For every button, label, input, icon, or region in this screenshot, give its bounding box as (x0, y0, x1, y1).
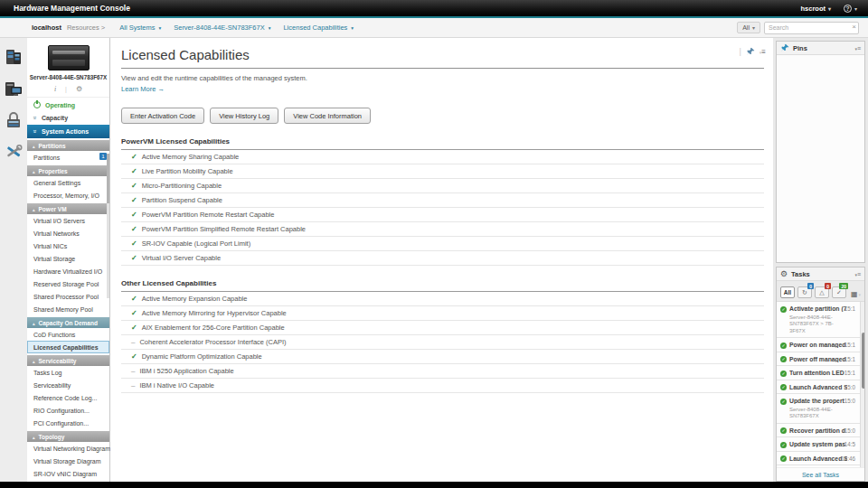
breadcrumb-resources[interactable]: Resources > (67, 23, 105, 32)
task-row[interactable]: Power off managed 15:1 (777, 352, 860, 367)
breadcrumb: localhost Resources > All SystemsServer-… (32, 23, 354, 32)
check-icon (131, 239, 137, 248)
capability-label: Coherent Accelerator Processor Interface… (139, 338, 286, 346)
panel-menu-icon[interactable]: ▾≡ (854, 271, 861, 277)
sidebar-item[interactable]: Reference Code Log... (27, 391, 109, 404)
capacity-label: Capacity (42, 115, 68, 121)
search-scope-dropdown[interactable]: All ▾ (737, 22, 760, 33)
sidebar-group-items: Tasks Log Serviceability Reference Code … (27, 366, 109, 429)
see-all-tasks-link[interactable]: See all Tasks (777, 467, 864, 481)
task-row[interactable]: Update system pas 14:5 (777, 437, 860, 452)
action-button[interactable]: View Code Information (284, 108, 371, 124)
task-success-icon (780, 384, 787, 390)
app-title: Hardware Management Console (14, 4, 130, 13)
tasks-scrollbar[interactable] (860, 302, 864, 467)
status-label: Operating (45, 102, 75, 108)
sidebar-item[interactable]: Licensed Capabilities (27, 341, 109, 353)
collapse-icon (33, 358, 35, 364)
check-icon (131, 182, 137, 190)
sidebar-item[interactable]: RIO Configuration... (27, 404, 109, 417)
capability-rows: Active Memory Expansion Capable Active M… (121, 292, 764, 393)
action-button[interactable]: Enter Activation Code (121, 108, 204, 124)
sidebar-item[interactable]: CoD Functions (27, 328, 109, 341)
pins-panel-title: Pins (793, 44, 851, 52)
sidebar-group-header[interactable]: Partitions (27, 140, 109, 151)
capability-label: Virtual I/O Server Capable (142, 254, 221, 262)
info-icon[interactable]: i (54, 85, 56, 93)
sidebar-item[interactable]: Shared Memory Pool (27, 303, 109, 315)
capacity-toggle[interactable]: » Capacity (27, 111, 109, 125)
sidebar-item-label: Reserved Storage Pool (33, 281, 99, 287)
sidebar-group-items: Virtual Networking Diagram Virtual Stora… (27, 442, 109, 480)
search-input[interactable] (764, 22, 859, 34)
help-menu[interactable]: ? ▾ (844, 5, 857, 13)
sidebar-group-title: Partitions (39, 143, 66, 149)
sidebar-scrollbar[interactable] (107, 154, 109, 298)
sidebar-group-header[interactable]: Properties (27, 165, 109, 176)
system-actions-toggle[interactable]: » System Actions (27, 125, 109, 138)
sidebar-item[interactable]: Reserved Storage Pool (27, 277, 109, 290)
task-row[interactable]: Power on managed 15:1 (777, 338, 860, 352)
breadcrumb-item[interactable]: All Systems (119, 23, 161, 32)
resources-icon[interactable] (4, 47, 24, 67)
task-row[interactable]: Update the propert 15:0 Server-8408-44E-… (777, 394, 860, 424)
pin-icon[interactable] (746, 47, 755, 56)
sidebar-item[interactable]: SR-IOV vNIC Diagram (27, 467, 109, 480)
user-menu[interactable]: hscroot ▾ (800, 5, 831, 13)
sidebar-item[interactable]: Hardware Virtualized I/O (27, 265, 109, 277)
task-target: Server-8408-44E-SN783F67X (789, 407, 847, 420)
panel-menu-icon[interactable]: ▾≡ (760, 48, 766, 56)
sidebar: Server-8408-44E-SN783F67X i | ⚙ Operatin… (27, 38, 110, 482)
capability-row: SR-IOV Capable (Logical Port Limit) (121, 237, 764, 251)
task-row[interactable]: Turn attention LED 15:1 (777, 366, 860, 380)
sidebar-group-header[interactable]: Serviceability (27, 355, 109, 366)
calendar-filter-icon[interactable]: ▦▾ (851, 290, 861, 298)
task-row[interactable]: Recover partition d 15:0 (777, 424, 860, 438)
task-row[interactable]: Launch Advanced S 14:46 (777, 452, 860, 466)
breadcrumb-item[interactable]: Server-8408-44E-SN783F67X (174, 23, 270, 32)
check-icon (131, 254, 137, 262)
sidebar-item[interactable]: Tasks Log (27, 366, 109, 379)
filter-warning-button[interactable]: △0 (815, 286, 829, 298)
clear-search-icon[interactable]: × (852, 23, 856, 31)
breadcrumb-item[interactable]: Licensed Capabilities (283, 23, 354, 32)
breadcrumb-host[interactable]: localhost (32, 23, 61, 32)
filter-running-button[interactable]: ↻0 (797, 286, 812, 298)
filter-success-button[interactable]: ✓20 (832, 286, 846, 298)
sidebar-item[interactable]: Virtual Storage (27, 252, 109, 265)
sidebar-item[interactable]: Serviceability (27, 379, 109, 391)
sidebar-group-header[interactable]: Power VM (27, 203, 109, 214)
sidebar-group-header[interactable]: Capacity On Demand (27, 317, 109, 328)
filter-all-button[interactable]: All (780, 286, 795, 298)
sidebar-group-header[interactable]: Topology (27, 431, 109, 442)
sidebar-item[interactable]: Partitions 1 (27, 151, 109, 164)
sidebar-item[interactable]: General Settings (27, 176, 109, 189)
sidebar-item[interactable]: Virtual Storage Diagram (27, 455, 109, 467)
lock-icon[interactable] (4, 110, 24, 130)
action-button[interactable]: View History Log (210, 108, 278, 124)
tasks-panel-header: ⚙ Tasks ▾≡ (777, 267, 864, 281)
task-title: Turn attention LED (789, 370, 847, 376)
sidebar-item[interactable]: Virtual I/O Servers (27, 214, 109, 227)
sidebar-item[interactable]: PCI Configuration... (27, 417, 109, 429)
task-title: Power off managed (789, 356, 847, 362)
task-row[interactable]: Activate partition (7 15:1 Server-8408-4… (777, 302, 860, 338)
page-description: View and edit the runtime capabilities o… (121, 74, 764, 83)
sidebar-item[interactable]: Shared Processor Pool (27, 290, 109, 303)
scrollbar-thumb[interactable] (862, 333, 865, 389)
sidebar-item[interactable]: Processor, Memory, I/O (27, 189, 109, 202)
action-buttons: Enter Activation CodeView History LogVie… (121, 108, 764, 124)
sidebar-item[interactable]: Virtual NICs (27, 239, 109, 252)
gear-icon[interactable]: ⚙ (76, 85, 82, 93)
breadcrumb-links: All SystemsServer-8408-44E-SN783F67XLice… (119, 23, 354, 32)
scrollbar-thumb[interactable] (107, 154, 109, 203)
sidebar-item[interactable]: Virtual Networking Diagram (27, 442, 109, 455)
console-monitor-icon[interactable] (4, 79, 24, 99)
sidebar-item-label: Virtual Networking Diagram (33, 446, 110, 452)
task-row[interactable]: Launch Advanced S 15:0 (777, 380, 860, 395)
task-title: Activate partition (7 (789, 305, 847, 312)
sidebar-item[interactable]: Virtual Networks (27, 227, 109, 239)
serviceability-tools-icon[interactable] (4, 142, 24, 162)
learn-more-link[interactable]: Learn More (121, 85, 165, 93)
panel-menu-icon[interactable]: ▾≡ (854, 45, 861, 52)
